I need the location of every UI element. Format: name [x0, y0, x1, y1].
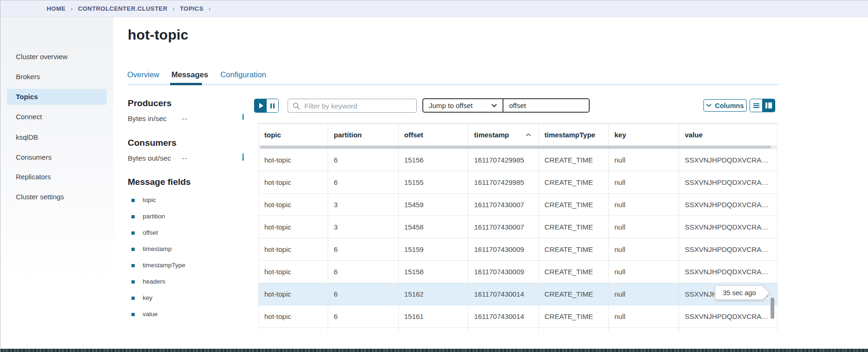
field-label: headers [143, 278, 165, 285]
message-field-item-topic[interactable]: topic [131, 196, 186, 213]
sidebar-item-cluster-overview[interactable]: Cluster overview [7, 49, 107, 65]
cell-topic: hot-topic [259, 194, 328, 216]
cell-timestampType [539, 328, 609, 332]
table-row[interactable]: hot-topic3154591611707430007CREATE_TIMEn… [258, 194, 778, 216]
cell-key: null [609, 238, 679, 260]
tab-divider [127, 84, 779, 85]
sidebar-item-consumers[interactable]: Consumers [7, 149, 107, 165]
field-bullet-icon [131, 280, 135, 284]
message-fields-heading: Message fields [128, 177, 191, 187]
table-header-row: topicpartitionoffsettimestamptimestampTy… [258, 123, 778, 145]
message-field-item-value[interactable]: value [131, 311, 186, 327]
cell-offset: 15162 [399, 283, 468, 305]
breadcrumb-separator: › [71, 5, 73, 12]
tab-configuration[interactable]: Configuration [220, 70, 266, 79]
grid-view-button[interactable] [763, 99, 775, 112]
field-bullet-icon [131, 248, 135, 251]
message-age-tooltip: 35 sec ago [715, 285, 764, 300]
sidebar-item-cluster-settings[interactable]: Cluster settings [7, 189, 107, 205]
field-label: timestampType [143, 262, 186, 269]
cell-topic: hot-topic [259, 283, 328, 305]
cell-timestamp: 1611707429985 [468, 149, 539, 171]
cell-value: SSXVNJHPDQDXVCRA… [679, 171, 778, 193]
table-body: hot-topic6151561611707429985CREATE_TIMEn… [258, 149, 778, 332]
message-field-item-timestamp[interactable]: timestamp [131, 245, 186, 262]
breadcrumb: HOME›CONTROLCENTER.CLUSTER›TOPICS› [0, 0, 868, 17]
field-label: key [143, 294, 152, 302]
message-field-item-key[interactable]: key [131, 294, 186, 311]
column-header-timestampType[interactable]: timestampType [539, 124, 609, 145]
table-row[interactable]: hot-topic6151591611707430009CREATE_TIMEn… [258, 238, 778, 261]
table-row[interactable]: hot-topic6151551611707429985CREATE_TIMEn… [258, 171, 778, 194]
cell-key: null [609, 194, 679, 216]
field-bullet-icon [131, 231, 135, 235]
breadcrumb-link-controlcenter-cluster[interactable]: CONTROLCENTER.CLUSTER [78, 5, 167, 12]
breadcrumb-separator: › [209, 5, 211, 12]
column-header-offset[interactable]: offset [399, 124, 468, 145]
cell-value [679, 328, 778, 332]
breadcrumb-link-topics[interactable]: TOPICS [180, 5, 204, 12]
cell-key: null [609, 283, 679, 305]
table-row[interactable]: hot-topic6151561611707429985CREATE_TIMEn… [258, 149, 778, 171]
cell-offset: 15158 [399, 261, 468, 283]
horizontal-scrollbar-thumb[interactable] [260, 146, 771, 149]
list-view-button[interactable] [750, 99, 763, 112]
cell-timestamp [468, 328, 539, 332]
filter-input[interactable] [303, 102, 412, 110]
table-row[interactable]: hot-topic6151611611707430014CREATE_TIMEn… [258, 305, 778, 328]
cell-timestamp: 1611707430007 [468, 194, 539, 216]
message-field-item-partition[interactable]: partition [131, 213, 186, 229]
cell-timestampType: CREATE_TIME [539, 171, 609, 193]
jump-to-offset-select[interactable]: Jump to offset [423, 99, 503, 112]
cell-partition: 6 [328, 305, 399, 327]
tab-overview[interactable]: Overview [127, 70, 159, 79]
breadcrumb-link-home[interactable]: HOME [47, 5, 66, 12]
horizontal-scrollbar [258, 145, 778, 149]
play-button[interactable] [255, 99, 267, 112]
cell-timestampType: CREATE_TIME [539, 283, 609, 305]
vertical-scrollbar-thumb[interactable] [771, 298, 774, 319]
message-field-item-timestamptype[interactable]: timestampType [131, 262, 186, 278]
sidebar-item-brokers[interactable]: Brokers [7, 69, 107, 85]
cell-offset: 15159 [399, 238, 468, 260]
table-row[interactable]: hot-topic3154581611707430007CREATE_TIMEn… [258, 216, 778, 238]
jump-to-offset-group: Jump to offset [422, 98, 590, 113]
pause-button[interactable] [267, 99, 278, 112]
column-header-partition[interactable]: partition [328, 124, 399, 145]
column-header-timestamp[interactable]: timestamp [468, 124, 539, 145]
offset-input[interactable] [503, 99, 589, 112]
cell-topic: hot-topic [259, 261, 328, 283]
chevron-down-icon [491, 104, 497, 108]
cell-timestamp: 1611707430007 [468, 216, 539, 238]
field-bullet-icon [131, 199, 135, 202]
bytes-out-value: -- [182, 154, 187, 162]
cell-partition: 6 [328, 149, 399, 171]
table-row[interactable]: hot-topic6151581611707430009CREATE_TIMEn… [258, 261, 778, 283]
sidebar: Cluster overviewBrokersTopicsConnectksql… [0, 17, 113, 352]
message-field-item-offset[interactable]: offset [131, 229, 186, 245]
columns-button[interactable]: Columns [703, 99, 747, 112]
sidebar-item-replicators[interactable]: Replicators [7, 169, 107, 185]
cell-offset [399, 328, 468, 332]
column-header-key[interactable]: key [609, 124, 679, 145]
sidebar-item-topics[interactable]: Topics [7, 89, 107, 105]
list-view-icon [753, 103, 759, 104]
field-bullet-icon [131, 297, 135, 300]
column-header-topic[interactable]: topic [259, 124, 328, 145]
sidebar-item-connect[interactable]: Connect [7, 109, 107, 125]
cell-timestampType: CREATE_TIME [539, 216, 609, 238]
column-header-value[interactable]: value [679, 124, 778, 145]
columns-button-label: Columns [715, 102, 744, 109]
consumers-heading: Consumers [128, 138, 177, 148]
sidebar-item-ksqldb[interactable]: ksqlDB [7, 129, 107, 145]
tab-messages[interactable]: Messages [172, 70, 208, 79]
cell-offset: 15161 [399, 305, 468, 327]
consumers-sparkline-tick [242, 153, 244, 161]
cell-topic: hot-topic [259, 171, 328, 193]
app-root: HOME›CONTROLCENTER.CLUSTER›TOPICS› Clust… [0, 0, 868, 352]
producers-sparkline-tick [242, 114, 244, 120]
field-label: offset [143, 229, 158, 237]
table-row-highlighted[interactable]: hot-topic6151621611707430014CREATE_TIMEn… [258, 283, 778, 305]
cell-key: null [609, 261, 679, 283]
message-field-item-headers[interactable]: headers [131, 278, 186, 294]
